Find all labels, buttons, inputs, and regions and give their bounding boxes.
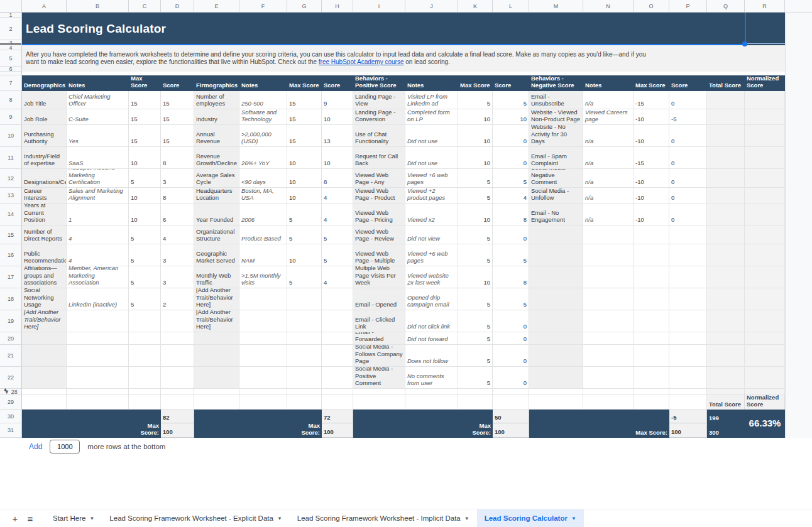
cell-K18-max-score[interactable]: 5 — [458, 288, 493, 310]
tab-dropdown-arrow-icon[interactable]: ▼ — [464, 516, 469, 521]
cell-Q21[interactable] — [707, 345, 745, 367]
cell-K15-max-score[interactable]: 5 — [458, 225, 493, 244]
cell-N11-notes[interactable]: n/a — [583, 147, 634, 169]
cell-E20-trait[interactable] — [194, 332, 239, 345]
cell-K19-max-score[interactable]: 5 — [458, 310, 493, 332]
row-header-10[interactable]: 10 — [0, 125, 22, 147]
cell-J17-notes[interactable]: Viewed website 2x last week — [405, 266, 458, 288]
cell-D22-score[interactable] — [161, 367, 194, 389]
cell-N20-notes[interactable] — [583, 332, 634, 345]
cell-F19-notes[interactable] — [239, 310, 287, 332]
cell-P19-score[interactable] — [669, 310, 707, 332]
cell-M18-trait[interactable] — [529, 288, 583, 310]
cell-G10-max-score[interactable]: 15 — [287, 125, 322, 147]
table-header-G[interactable]: Max Score — [287, 75, 322, 91]
cell-row29[interactable] — [493, 395, 529, 410]
cell-L12-score[interactable]: 5 — [493, 169, 529, 188]
cell-P13-score[interactable]: 0 — [669, 188, 707, 204]
cell-D16-score[interactable]: 3 — [161, 244, 194, 266]
cell-R16[interactable] — [745, 244, 785, 266]
cell-L9-score[interactable]: 10 — [493, 109, 529, 125]
behaviors-positive-subtotal[interactable]: 50 — [493, 410, 529, 423]
cell-A21-trait[interactable] — [22, 345, 67, 367]
cell-Q22[interactable] — [707, 367, 745, 389]
cell-I9-trait[interactable]: Landing Page - Conversion — [353, 109, 405, 125]
cell-E19-trait[interactable]: [Add Another Trait/Behavior Here] — [194, 310, 239, 332]
cell-H21-score[interactable] — [322, 345, 353, 367]
cell-M19-trait[interactable] — [529, 310, 583, 332]
cell-M11-trait[interactable]: Email - Spam Complaint — [529, 147, 583, 169]
cell-M10-trait[interactable]: Website - No Activity for 30 Days — [529, 125, 583, 147]
cell-P17-score[interactable] — [669, 266, 707, 288]
cell-B21-notes[interactable] — [67, 345, 129, 367]
cell-N18-notes[interactable] — [583, 288, 634, 310]
cell-Q12[interactable] — [707, 169, 745, 188]
cell-R13[interactable] — [745, 188, 785, 204]
row-header-13[interactable]: 13 — [0, 188, 22, 204]
firmographics-subtotal[interactable]: 72 — [322, 410, 353, 423]
hubspot-academy-link[interactable]: free HubSpot Academy course — [319, 58, 404, 65]
cell-P9-score[interactable]: -5 — [669, 109, 707, 125]
cell-P14-score[interactable]: 0 — [669, 204, 707, 225]
cell-F13-notes[interactable]: Boston, MA, USA — [239, 188, 287, 204]
cell-R9[interactable] — [745, 109, 785, 125]
cell-N22-notes[interactable] — [583, 367, 634, 389]
row-header-2[interactable]: 2 — [0, 18, 22, 40]
cell-G13-max-score[interactable]: 10 — [287, 188, 322, 204]
cell-G16-max-score[interactable]: 10 — [287, 244, 322, 266]
table-header-Q[interactable]: Total Score — [707, 75, 745, 91]
cell-L15-score[interactable]: 0 — [493, 225, 529, 244]
add-sheet-button[interactable]: + — [8, 511, 23, 526]
row-header-11[interactable]: 11 — [0, 147, 22, 169]
cell-N8-notes[interactable]: n/a — [583, 91, 634, 109]
cell-row28[interactable] — [239, 389, 287, 395]
cell-E22-trait[interactable] — [194, 367, 239, 389]
cell-E8-trait[interactable]: Number of employees — [194, 91, 239, 109]
cell-C19-max-score[interactable] — [129, 310, 161, 332]
cell-O10-max-score[interactable]: -10 — [634, 125, 669, 147]
sheet-tab-lead-scoring-calculator[interactable]: Lead Scoring Calculator▼ — [477, 509, 584, 527]
all-sheets-menu-icon[interactable]: ≡ — [23, 511, 38, 526]
cell-H20-score[interactable] — [322, 332, 353, 345]
cell-D15-score[interactable]: 4 — [161, 225, 194, 244]
cell-O14-max-score[interactable]: -10 — [634, 204, 669, 225]
cell-Q18[interactable] — [707, 288, 745, 310]
cell-R10[interactable] — [745, 125, 785, 147]
cell-B19-notes[interactable] — [67, 310, 129, 332]
row-header-30[interactable]: 30 — [0, 410, 22, 423]
table-header-E[interactable]: Firmographics — [194, 75, 239, 91]
selection-handle[interactable] — [742, 41, 747, 46]
cell-G8-max-score[interactable]: 15 — [287, 91, 322, 109]
cell-J11-notes[interactable]: Did not use — [405, 147, 458, 169]
cell-G22-max-score[interactable] — [287, 367, 322, 389]
cell-N16-notes[interactable] — [583, 244, 634, 266]
cell-J18-notes[interactable]: Opened drip campaign email — [405, 288, 458, 310]
cell-L21-score[interactable]: 0 — [493, 345, 529, 367]
cell-D18-score[interactable]: 2 — [161, 288, 194, 310]
column-header-B[interactable]: B — [67, 0, 129, 13]
cell-L20-score[interactable]: 0 — [493, 332, 529, 345]
cell-G9-max-score[interactable]: 15 — [287, 109, 322, 125]
description-band[interactable]: After you have completed the framework w… — [22, 45, 785, 72]
cell-G15-max-score[interactable]: 5 — [287, 225, 322, 244]
cell-row29[interactable] — [194, 395, 239, 410]
cell-Q19[interactable] — [707, 310, 745, 332]
cell-O17-max-score[interactable] — [634, 266, 669, 288]
behaviors-negative-max-score-value[interactable]: 100 — [669, 423, 707, 438]
cell-L22-score[interactable]: 0 — [493, 367, 529, 389]
cell-O8-max-score[interactable]: -15 — [634, 91, 669, 109]
cell-K14-max-score[interactable]: 10 — [458, 204, 493, 225]
cell-A10-trait[interactable]: Purchasing Authority — [22, 125, 67, 147]
firmographics-max-score-value[interactable]: 100 — [322, 423, 353, 438]
cell-R20[interactable] — [745, 332, 785, 345]
cell-B22-notes[interactable] — [67, 367, 129, 389]
cell-B12-notes[interactable]: HubSpot Inbound Marketing Certification — [67, 169, 129, 188]
cell-H18-score[interactable] — [322, 288, 353, 310]
cell-D14-score[interactable]: 6 — [161, 204, 194, 225]
cell-M12-trait[interactable]: Social Media - Negative Comment — [529, 169, 583, 188]
cell-row29[interactable] — [405, 395, 458, 410]
cell-A9-trait[interactable]: Job Role — [22, 109, 67, 125]
cell-L13-score[interactable]: 4 — [493, 188, 529, 204]
table-header-C[interactable]: Max Score — [129, 75, 161, 91]
select-all-corner[interactable] — [0, 0, 22, 13]
